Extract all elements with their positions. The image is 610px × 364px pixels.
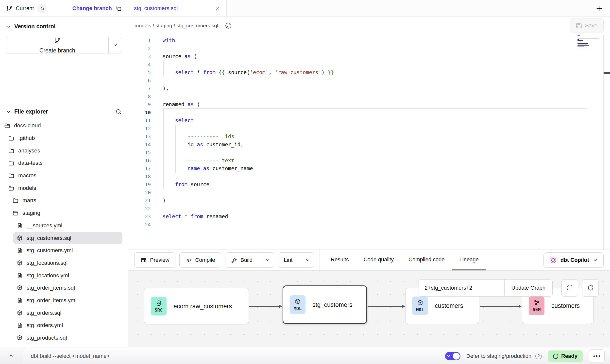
code-line[interactable]: ), [163,84,610,93]
version-control-header[interactable]: Version control [6,23,122,30]
build-button[interactable]: Build [225,253,258,267]
tab-lineage[interactable]: Lineage [452,249,486,270]
doc-icon [17,247,23,254]
search-icon[interactable] [115,108,122,115]
code-line[interactable] [163,205,610,213]
update-graph-button[interactable]: Update Graph [504,280,552,296]
lineage-selector-input[interactable]: 2+stg_customers+2 [419,280,504,296]
tab-code-quality[interactable]: Code quality [356,249,401,270]
tree-item-label: stg_order_items.yml [27,297,77,304]
tree-item--github[interactable]: .github [0,132,128,145]
badge-label: SEM [533,307,541,312]
tree-item-stg-order-items-sql[interactable]: stg_order_items.sql [0,282,128,294]
code-line[interactable]: with [163,36,610,45]
tree-item-stg-orders-sql[interactable]: stg_orders.sql [0,307,128,319]
code-line[interactable] [163,221,610,229]
plus-icon [595,5,603,12]
code-line[interactable] [163,189,610,197]
tree-item-stg-customers-yml[interactable]: stg_customers.yml [0,244,128,257]
tab-results[interactable]: Results [323,249,356,270]
database-icon [155,300,162,306]
tree-item-data-tests[interactable]: data-tests [0,157,128,169]
code-line[interactable]: select [163,116,610,125]
expand-command-bar-button[interactable] [0,347,22,364]
lineage-panel: SRCecom.raw_customersMDLstg_customersMDL… [128,270,610,347]
code-line[interactable]: select * from {{ source('ecom', 'raw_cus… [163,68,610,77]
lint-menu-button[interactable] [301,253,314,267]
folder-open-icon [12,210,19,216]
tree-item-analyses[interactable]: analyses [0,144,128,157]
chevron-up-icon [8,353,14,359]
code-line[interactable]: from source [163,181,610,189]
code-line[interactable] [163,61,610,69]
code-line[interactable] [163,93,610,101]
code-line[interactable] [163,125,610,133]
close-icon[interactable] [215,6,220,11]
node-label: customers [551,302,580,309]
tree-item-staging[interactable]: staging [0,207,128,219]
folder-icon [8,135,15,141]
compile-button[interactable]: Compile [179,252,221,268]
tree-item-marts[interactable]: marts [0,194,128,207]
tree-item--sources-yml[interactable]: __sources.yml [0,219,128,232]
file-explorer-header[interactable]: File explorer [0,102,128,117]
refresh-button[interactable] [582,279,599,297]
help-icon[interactable]: ? [535,353,542,359]
tree-item-stg-locations-yml[interactable]: stg_locations.yml [0,269,128,282]
tree-item-stg-orders-yml[interactable]: stg_orders.yml [0,319,128,332]
code-line[interactable]: id as customer_id, [163,141,610,149]
tree-item-stg-order-items-yml[interactable]: stg_order_items.yml [0,294,128,307]
file-tree: docs-cloud.githubanalysesdata-testsmacro… [0,117,128,347]
file-explorer-title: File explorer [14,108,48,115]
copy-branch-button[interactable] [115,5,122,12]
compass-icon [225,22,232,29]
create-branch-button[interactable]: Create branch [6,37,108,53]
wrench-icon [231,257,237,263]
editor-code-area[interactable]: withsource as ( select * from {{ source(… [154,34,610,249]
save-button[interactable]: Save [570,18,604,33]
more-options-button[interactable] [589,349,605,363]
copilot-compass-button[interactable] [223,20,234,31]
tree-item-macros[interactable]: macros [0,169,128,182]
code-line[interactable]: ---------- ids [163,132,610,141]
code-line[interactable]: ---------- text [163,157,610,165]
code-line[interactable] [163,45,610,53]
lint-button[interactable]: Lint [278,253,298,267]
code-line[interactable] [163,77,610,85]
code-line[interactable] [163,149,610,157]
tree-item-stg-customers-sql[interactable]: stg_customers.sql [0,232,128,244]
command-input[interactable]: dbt build --select <model_name> [31,353,439,359]
tree-item-stg-locations-sql[interactable]: stg_locations.sql [0,257,128,269]
defer-toggle[interactable] [445,352,460,360]
lineage-node-stg-customers-mdl[interactable]: MDLstg_customers [283,285,367,324]
code-editor[interactable]: 123456789101112131415161718192021222324 … [128,34,610,249]
preview-label: Preview [150,257,169,263]
build-menu-button[interactable] [261,253,274,267]
code-line[interactable]: source as ( [163,52,610,61]
tree-item-label: stg_products.sql [27,335,67,341]
lineage-node-ecom-raw-customers-src[interactable]: SRCecom.raw_customers [144,288,249,324]
fullscreen-button[interactable] [561,279,578,297]
code-line[interactable] [163,109,610,117]
code-line[interactable]: ) [163,197,610,205]
code-line[interactable]: name as customer_name [163,165,610,173]
code-line[interactable]: renamed as ( [163,100,610,109]
create-branch-menu-button[interactable] [108,37,122,53]
model-icon [17,310,23,316]
tree-item-models[interactable]: models [0,182,128,194]
tab-stg-customers-sql[interactable]: stg_customers.sql [128,0,227,17]
tab-compiled-code[interactable]: Compiled code [401,249,452,270]
new-tab-button[interactable] [593,2,606,15]
preview-button[interactable]: Preview [134,252,175,268]
editor-minimap[interactable] [577,35,601,50]
dbt-copilot-button[interactable]: dbt Copilot [543,252,604,268]
line-number: 1 [128,36,151,45]
tree-item-stg-products-sql[interactable]: stg_products.sql [0,332,128,344]
code-line[interactable]: select * from renamed [163,213,610,221]
code-line[interactable] [163,173,610,181]
status-label: Ready [561,353,577,359]
tree-item-docs-cloud[interactable]: docs-cloud [0,119,128,132]
badge-label: MDL [416,307,424,312]
chevron-down-icon [305,257,310,263]
change-branch-link[interactable]: Change branch [72,5,112,12]
